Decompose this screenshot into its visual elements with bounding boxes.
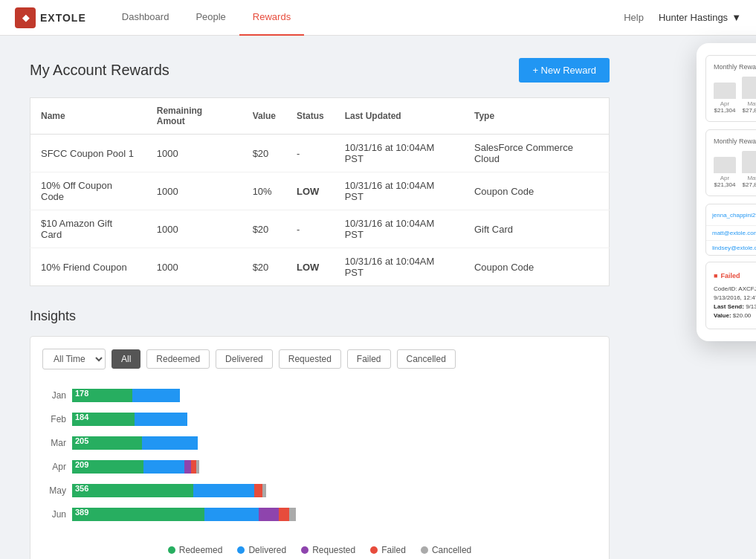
redeemed-bar: 209 — [72, 460, 143, 474]
cell-value: $20 — [242, 135, 286, 172]
bar-track: 356 — [72, 482, 597, 499]
delivered-bar — [142, 436, 198, 450]
nav-people[interactable]: People — [182, 0, 239, 36]
nav-help[interactable]: Help — [624, 12, 644, 23]
cell-value: 10% — [242, 172, 286, 210]
bar-label: Feb — [42, 414, 66, 424]
cell-value: $20 — [242, 210, 286, 248]
phone-failed-badge: ■ Failed — [714, 272, 740, 280]
delivered-dot — [237, 546, 245, 554]
value-amount: $20.00 — [733, 312, 751, 319]
bar-group: 205 — [72, 435, 198, 451]
col-remaining: Remaining Amout — [146, 98, 242, 135]
nav-right: Help Hunter Hastings ▼ — [624, 12, 741, 23]
delivered-bar — [193, 484, 254, 497]
chart-legend: Redeemed Delivered Requested Failed — [42, 545, 597, 555]
cell-remaining: 1000 — [146, 210, 242, 248]
bar-group: 389 — [72, 506, 296, 523]
insights-title: Insights — [30, 308, 610, 324]
nav-rewards[interactable]: Rewards — [239, 0, 304, 36]
bar-value-redeemed: 356 — [72, 484, 193, 493]
cell-name[interactable]: 10% Off Coupon Code — [30, 172, 146, 210]
table-row: SFCC Coupon Pool 1 1000 $20 - 10/31/16 a… — [30, 135, 610, 172]
bar-value-redeemed: 209 — [72, 460, 143, 469]
phone-email[interactable]: jenna_chappini299@aol.com — [712, 212, 756, 219]
cancelled-bar — [196, 460, 199, 474]
phone-card2-title: Monthly Reward Spend — [714, 138, 756, 145]
redeemed-bar: 356 — [72, 484, 193, 497]
legend-redeemed: Redeemed — [168, 545, 223, 555]
last-send-line: Last Send: 9/13/2016, 12:47:03 PM PDT — [714, 303, 756, 310]
bar-group: 209 — [72, 459, 199, 475]
phone-bars-1: Apr $21,304 May $27,881 Jun $19,089 — [714, 77, 756, 114]
legend-cancelled: Cancelled — [421, 545, 471, 555]
col-type: Type — [464, 98, 610, 135]
delivered-bar — [132, 389, 180, 402]
bar-row: Apr 209 — [42, 459, 597, 475]
time-filter-select[interactable]: All Time — [42, 349, 106, 369]
cell-type: Coupon Code — [464, 172, 610, 210]
bar-track: 205 — [72, 435, 597, 451]
filter-requested[interactable]: Requested — [279, 349, 341, 369]
filter-redeemed[interactable]: Redeemed — [146, 349, 210, 369]
requested-bar — [184, 460, 191, 474]
bar-value-redeemed: 205 — [72, 436, 142, 445]
phone-email[interactable]: matt@extole.com — [712, 230, 756, 236]
filter-delivered[interactable]: Delivered — [216, 349, 273, 369]
bar-track: 209 — [72, 459, 597, 475]
filter-cancelled[interactable]: Cancelled — [397, 349, 456, 369]
cancelled-bar — [262, 484, 266, 497]
phone-bar — [742, 151, 756, 173]
phone-list: jenna_chappini299@aol.com $20 friend 10/… — [705, 204, 756, 256]
bar-value-redeemed: 178 — [72, 389, 132, 398]
phone-bar — [714, 157, 736, 173]
bar-group: 184 — [72, 411, 187, 427]
failed-icon: ■ — [714, 272, 717, 280]
rewards-title: My Account Rewards — [30, 62, 169, 79]
value-label: Value: — [714, 312, 731, 319]
table-row: $10 Amazon Gift Card 1000 $20 - 10/31/16… — [30, 210, 610, 248]
new-reward-button[interactable]: + New Reward — [519, 58, 610, 83]
legend-delivered-label: Delivered — [248, 545, 286, 555]
phone-bar — [714, 83, 736, 99]
nav-dashboard[interactable]: Dashboard — [109, 0, 183, 36]
phone-bar-value: $27,881 — [743, 181, 756, 188]
legend-redeemed-label: Redeemed — [179, 545, 223, 555]
cell-lastupdated: 10/31/16 at 10:04AM PST — [335, 248, 464, 286]
bar-label: Jun — [42, 509, 66, 520]
cell-name[interactable]: SFCC Coupon Pool 1 — [30, 135, 146, 172]
last-send-label: Last Send: — [714, 303, 744, 310]
cell-name[interactable]: $10 Amazon Gift Card — [30, 210, 146, 248]
requested-bar — [259, 508, 279, 521]
cancelled-dot — [421, 546, 428, 554]
phone-email[interactable]: lindsey@extole.com — [712, 245, 756, 251]
chart-container: All Time All Redeemed Delivered Requeste… — [30, 336, 610, 559]
legend-requested: Requested — [301, 545, 355, 555]
chart-filters: All Time All Redeemed Delivered Requeste… — [42, 349, 597, 369]
phone-card-2: Monthly Reward Spend Apr $21,304 May $27… — [705, 129, 756, 196]
cell-status: - — [286, 210, 335, 248]
failed-bar — [279, 508, 289, 521]
bar-label: Jan — [42, 390, 66, 401]
filter-all[interactable]: All — [112, 349, 140, 369]
cell-name[interactable]: 10% Friend Coupon — [30, 248, 146, 286]
failed-dot — [370, 546, 378, 554]
logo-text: EXTOLE — [40, 12, 86, 24]
col-lastupdated: Last Updated — [335, 98, 464, 135]
col-name: Name — [30, 98, 146, 135]
bar-row: May 356 — [42, 482, 597, 499]
bar-group: 178 — [72, 387, 180, 404]
delivered-bar — [135, 413, 187, 426]
cell-lastupdated: 10/31/16 at 10:04AM PST — [335, 135, 464, 172]
main-content: My Account Rewards + New Reward Name Rem… — [0, 36, 639, 559]
legend-requested-label: Requested — [312, 545, 355, 555]
nav-user[interactable]: Hunter Hastings ▼ — [659, 12, 741, 23]
filter-failed[interactable]: Failed — [347, 349, 391, 369]
cell-status: - — [286, 135, 335, 172]
phone-failed-header: ■ Failed Resend — [714, 270, 756, 281]
logo: ◆ EXTOLE — [15, 7, 86, 28]
phone-card1-title: Monthly Reward Spend — [714, 63, 756, 71]
legend-failed: Failed — [370, 545, 406, 555]
phone-bar-value: $21,304 — [714, 107, 736, 114]
bar-group: 356 — [72, 482, 266, 499]
